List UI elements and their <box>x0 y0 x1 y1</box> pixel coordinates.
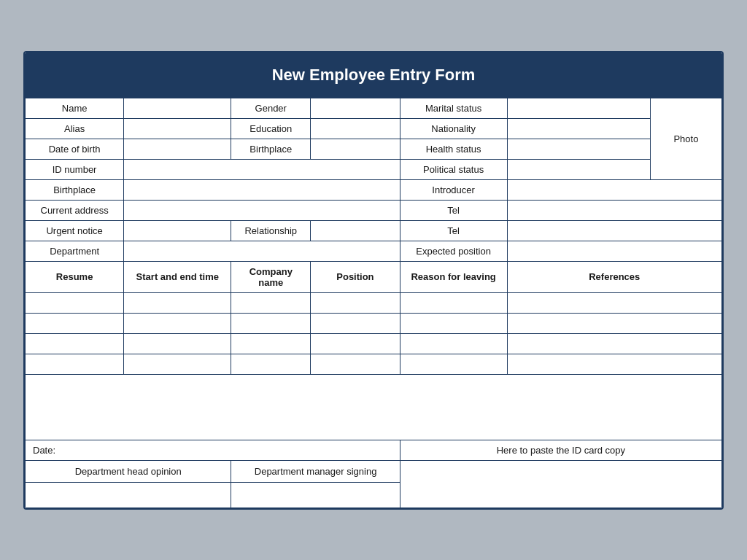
resume-row1-col4[interactable] <box>311 292 400 313</box>
expected-position-value[interactable] <box>507 241 721 261</box>
name-value[interactable] <box>124 98 231 118</box>
resume-row2-col1[interactable] <box>26 313 124 333</box>
resume-row3-col6[interactable] <box>507 333 721 354</box>
urgent-notice-value[interactable] <box>124 220 231 241</box>
dept-head-opinion-label: Department head opinion <box>26 460 231 482</box>
resume-row4-col5[interactable] <box>400 354 507 374</box>
resume-row4-col1[interactable] <box>26 354 124 374</box>
political-status-value[interactable] <box>507 159 650 179</box>
signing-area[interactable] <box>400 460 721 508</box>
education-value[interactable] <box>311 118 400 139</box>
id-number-label: ID number <box>26 159 124 179</box>
resume-row2-col5[interactable] <box>400 313 507 333</box>
dept-manager-signing-value[interactable] <box>231 482 400 508</box>
tel-value[interactable] <box>507 200 721 220</box>
education-label: Education <box>231 118 311 139</box>
nationality-value[interactable] <box>507 118 650 139</box>
marital-status-label: Marital status <box>400 98 507 118</box>
dept-manager-signing-label: Department manager signing <box>231 460 400 482</box>
health-status-value[interactable] <box>507 139 650 159</box>
position-header: Position <box>311 261 400 292</box>
references-header: References <box>507 261 721 292</box>
resume-row4-col3[interactable] <box>231 354 311 374</box>
tel2-label: Tel <box>400 220 507 241</box>
dept-head-opinion-value[interactable] <box>26 482 231 508</box>
relationship-value[interactable] <box>311 220 400 241</box>
resume-row3-col3[interactable] <box>231 333 311 354</box>
relationship-label: Relationship <box>231 220 311 241</box>
gender-label: Gender <box>231 98 311 118</box>
name-label: Name <box>26 98 124 118</box>
current-address-value[interactable] <box>124 200 400 220</box>
health-status-label: Health status <box>400 139 507 159</box>
dob-value[interactable] <box>124 139 231 159</box>
resume-row1-col5[interactable] <box>400 292 507 313</box>
political-status-label: Political status <box>400 159 507 179</box>
tel2-value[interactable] <box>507 220 721 241</box>
resume-row2-col6[interactable] <box>507 313 721 333</box>
resume-row2-col3[interactable] <box>231 313 311 333</box>
nationality-label: Nationality <box>400 118 507 139</box>
current-address-label: Current address <box>26 200 124 220</box>
department-label: Department <box>26 241 124 261</box>
start-end-time-header: Start and end time <box>124 261 231 292</box>
resume-row4-col6[interactable] <box>507 354 721 374</box>
resume-row1-col1[interactable] <box>26 292 124 313</box>
date-label: Date: <box>26 440 400 460</box>
id-card-copy-label: Here to paste the ID card copy <box>400 440 721 460</box>
birthplace-value[interactable] <box>124 179 400 200</box>
urgent-notice-label: Urgent notice <box>26 220 124 241</box>
marital-status-value[interactable] <box>507 98 650 118</box>
notes-area[interactable] <box>26 374 722 440</box>
tel-label: Tel <box>400 200 507 220</box>
resume-row2-col2[interactable] <box>124 313 231 333</box>
id-number-value[interactable] <box>124 159 400 179</box>
resume-row3-col5[interactable] <box>400 333 507 354</box>
resume-row3-col4[interactable] <box>311 333 400 354</box>
introducer-value[interactable] <box>507 179 721 200</box>
company-name-header: Company name <box>231 261 311 292</box>
alias-label: Alias <box>26 118 124 139</box>
resume-row1-col6[interactable] <box>507 292 721 313</box>
resume-row3-col2[interactable] <box>124 333 231 354</box>
resume-row3-col1[interactable] <box>26 333 124 354</box>
alias-value[interactable] <box>124 118 231 139</box>
form-title: New Employee Entry Form <box>25 52 722 98</box>
reason-leaving-header: Reason for leaving <box>400 261 507 292</box>
birthplace2-value[interactable] <box>311 139 400 159</box>
resume-row1-col3[interactable] <box>231 292 311 313</box>
birthplace-label: Birthplace <box>26 179 124 200</box>
form-container: New Employee Entry Form Name Gender Mari… <box>23 51 724 510</box>
dob-label: Date of birth <box>26 139 124 159</box>
introducer-label: Introducer <box>400 179 507 200</box>
birthplace2-label: Birthplace <box>231 139 311 159</box>
resume-row1-col2[interactable] <box>124 292 231 313</box>
resume-row4-col4[interactable] <box>311 354 400 374</box>
department-value[interactable] <box>124 241 400 261</box>
resume-header: Resume <box>26 261 124 292</box>
resume-row4-col2[interactable] <box>124 354 231 374</box>
photo-cell: Photo <box>650 98 721 179</box>
expected-position-label: Expected position <box>400 241 507 261</box>
resume-row2-col4[interactable] <box>311 313 400 333</box>
gender-value[interactable] <box>311 98 400 118</box>
